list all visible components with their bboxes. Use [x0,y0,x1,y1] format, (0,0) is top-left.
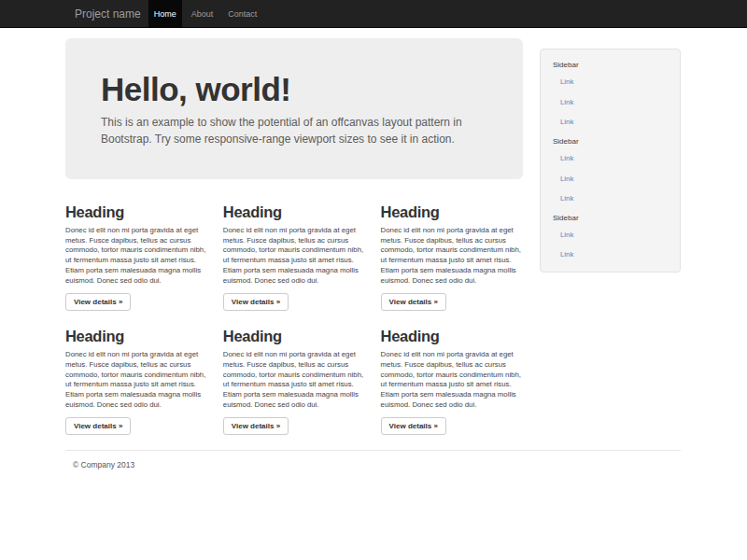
sidebar-group-1: Sidebar Link Link Link [541,60,680,133]
card-body: Donec id elit non mi porta gravida at eg… [223,350,366,410]
card-heading: Heading [381,328,524,344]
sidebar-heading: Sidebar [541,213,680,223]
card: Heading Donec id elit non mi porta gravi… [65,328,208,435]
sidebar-link[interactable]: Link [541,92,680,113]
sidebar-heading: Sidebar [541,60,680,70]
nav-item-contact[interactable]: Contact [222,0,262,27]
card: Heading Donec id elit non mi porta gravi… [223,203,366,311]
sidebar-link[interactable]: Link [541,189,680,209]
page-title: Hello, world! [101,71,488,107]
card-heading: Heading [65,203,208,220]
sidebar-link[interactable]: Link [541,148,680,169]
card-row-2: Heading Donec id elit non mi porta gravi… [65,328,540,435]
card-heading: Heading [223,203,366,220]
sidebar-link[interactable]: Link [541,168,680,189]
sidebar-heading: Sidebar [541,136,680,147]
copyright-text: © Company 2013 [73,460,681,469]
nav-item-home[interactable]: Home [148,0,182,27]
page-container: Hello, world! This is an example to show… [0,38,747,469]
card: Heading Donec id elit non mi porta gravi… [65,203,208,311]
card-body: Donec id elit non mi porta gravida at eg… [381,226,524,286]
card-heading: Heading [381,203,524,220]
footer: © Company 2013 [65,450,681,469]
jumbotron-description: This is an example to show the potential… [101,115,488,147]
card-body: Donec id elit non mi porta gravida at eg… [381,350,524,410]
sidebar-group-2: Sidebar Link Link Link [541,136,680,209]
card-row-1: Heading Donec id elit non mi porta gravi… [65,203,540,311]
sidebar-link[interactable]: Link [541,245,680,265]
sidebar-link[interactable]: Link [541,112,680,133]
view-details-button[interactable]: View details » [381,417,446,435]
card: Heading Donec id elit non mi porta gravi… [381,203,524,311]
card-body: Donec id elit non mi porta gravida at eg… [223,226,366,286]
jumbotron: Hello, world! This is an example to show… [65,38,523,179]
view-details-button[interactable]: View details » [65,417,131,435]
card-heading: Heading [65,328,208,344]
card-body: Donec id elit non mi porta gravida at eg… [65,350,208,410]
view-details-button[interactable]: View details » [223,293,289,311]
view-details-button[interactable]: View details » [223,417,289,435]
navbar: Project name Home About Contact [0,0,747,28]
card-body: Donec id elit non mi porta gravida at eg… [65,226,208,286]
navbar-menu: Home About Contact [148,0,267,27]
card: Heading Donec id elit non mi porta gravi… [381,328,524,435]
sidebar: Sidebar Link Link Link Sidebar Link Link… [540,49,681,273]
card-heading: Heading [223,328,366,344]
footer-divider [65,450,681,451]
view-details-button[interactable]: View details » [381,293,446,311]
card: Heading Donec id elit non mi porta gravi… [223,328,366,435]
navbar-brand[interactable]: Project name [75,0,141,27]
sidebar-link[interactable]: Link [541,72,680,92]
view-details-button[interactable]: View details » [65,293,131,311]
nav-item-about[interactable]: About [186,0,219,27]
main-content: Hello, world! This is an example to show… [65,38,540,435]
sidebar-link[interactable]: Link [541,225,680,245]
sidebar-group-3: Sidebar Link Link [541,213,680,265]
